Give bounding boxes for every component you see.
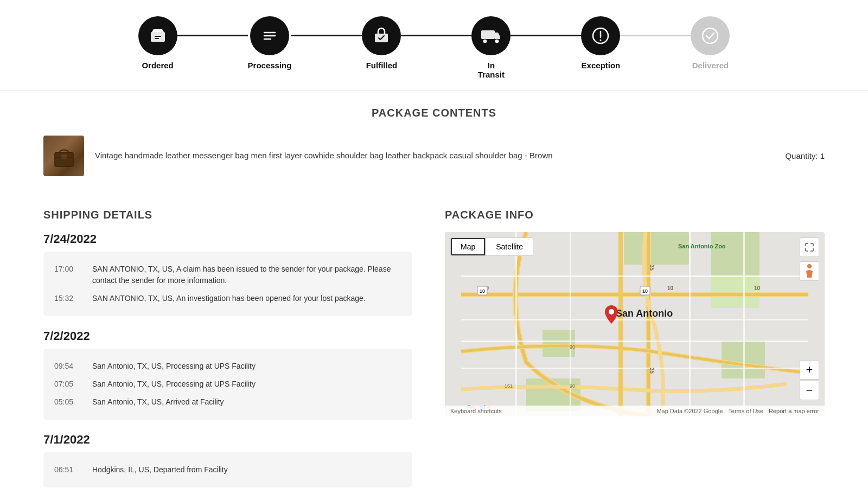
events-box: 09:54San Antonio, TX, US, Processing at … xyxy=(43,349,412,420)
svg-rect-26 xyxy=(618,232,623,416)
svg-rect-29 xyxy=(461,341,808,342)
svg-rect-27 xyxy=(461,275,808,277)
date-header: 7/1/2022 xyxy=(43,433,412,447)
report-map-error-link[interactable]: Report a map error xyxy=(769,408,819,414)
progress-step-processing: Processing xyxy=(248,16,292,70)
date-groups-container: 7/24/202217:00SAN ANTONIO, TX, US, A cla… xyxy=(43,232,412,487)
ordered-icon xyxy=(138,16,177,55)
fulfilled-label: Fulfilled xyxy=(366,61,398,70)
svg-rect-13 xyxy=(61,155,67,159)
svg-text:San Antonio Zoo: San Antonio Zoo xyxy=(678,243,726,249)
progress-tracker: OrderedProcessingFulfilledIn TransitExce… xyxy=(0,0,868,90)
delivered-icon xyxy=(691,16,730,55)
svg-text:90: 90 xyxy=(570,383,575,389)
svg-text:35: 35 xyxy=(649,368,655,374)
events-box: 06:51Hodgkins, IL, US, Departed from Fac… xyxy=(43,452,412,487)
map-tab-button[interactable]: Map xyxy=(450,237,486,256)
event-row: 09:54San Antonio, TX, US, Processing at … xyxy=(54,357,401,375)
svg-point-6 xyxy=(483,39,487,43)
svg-point-55 xyxy=(609,309,614,314)
events-box: 17:00SAN ANTONIO, TX, US, A claim has be… xyxy=(43,252,412,316)
event-time: 09:54 xyxy=(54,361,81,372)
fulfilled-icon xyxy=(362,16,401,55)
progress-step-fulfilled: Fulfilled xyxy=(362,16,401,70)
progress-step-exception: Exception xyxy=(581,16,620,70)
package-contents-title: PACKAGE CONTENTS xyxy=(43,107,825,119)
event-time: 05:05 xyxy=(54,396,81,408)
keyboard-shortcuts-link[interactable]: Keyboard shortcuts xyxy=(450,408,502,414)
date-header: 7/24/2022 xyxy=(43,232,412,246)
event-description: San Antonio, TX, US, Processing at UPS F… xyxy=(92,378,401,390)
map-controls: Map Satellite xyxy=(450,237,533,256)
package-quantity: Quantity: 1 xyxy=(785,151,825,160)
svg-point-11 xyxy=(703,28,718,43)
map-location-pin xyxy=(605,305,618,326)
delivered-label: Delivered xyxy=(692,61,729,70)
package-thumbnail xyxy=(43,136,84,176)
shipping-details-section: SHIPPING DETAILS 7/24/202217:00SAN ANTON… xyxy=(43,209,412,488)
satellite-tab-button[interactable]: Satellite xyxy=(486,237,533,256)
map-container: 10 10 10 35 35 90 151 90 10 10 San Anton… xyxy=(445,232,825,416)
svg-text:10: 10 xyxy=(667,285,674,291)
svg-rect-5 xyxy=(481,30,495,39)
svg-point-10 xyxy=(600,40,602,41)
progress-step-delivered: Delivered xyxy=(691,16,730,70)
event-description: SAN ANTONIO, TX, US, A claim has been is… xyxy=(92,264,401,286)
event-time: 15:32 xyxy=(54,293,81,304)
map-zoom-out-button[interactable]: − xyxy=(800,381,819,400)
event-time: 17:00 xyxy=(54,264,81,286)
svg-point-54 xyxy=(807,264,812,268)
svg-text:10: 10 xyxy=(754,285,761,291)
event-row: 17:00SAN ANTONIO, TX, US, A claim has be… xyxy=(54,260,401,290)
in-transit-icon xyxy=(471,16,510,55)
map-data-label: Map Data ©2022 Google xyxy=(656,408,723,414)
progress-step-in-transit: In Transit xyxy=(471,16,510,79)
svg-rect-34 xyxy=(743,232,745,416)
package-item: Vintage handmade leather messenger bag m… xyxy=(43,130,825,182)
package-contents-section: PACKAGE CONTENTS Vintage handmade leathe… xyxy=(0,90,868,198)
processing-label: Processing xyxy=(248,61,292,70)
processing-icon xyxy=(250,16,289,55)
svg-point-7 xyxy=(495,39,499,43)
map-zoom-in-button[interactable]: + xyxy=(800,360,819,380)
date-group: 7/1/202206:51Hodgkins, IL, US, Departed … xyxy=(43,433,412,487)
streetview-button[interactable] xyxy=(800,261,819,281)
svg-text:10: 10 xyxy=(642,288,648,294)
event-row: 15:32SAN ANTONIO, TX, US, An investigati… xyxy=(54,290,401,307)
package-info-section: PACKAGE INFO xyxy=(445,209,825,488)
exception-label: Exception xyxy=(582,61,621,70)
date-group: 7/24/202217:00SAN ANTONIO, TX, US, A cla… xyxy=(43,232,412,316)
svg-rect-30 xyxy=(461,368,808,369)
event-time: 07:05 xyxy=(54,378,81,390)
event-description: San Antonio, TX, US, Processing at UPS F… xyxy=(92,361,401,372)
svg-text:35: 35 xyxy=(649,265,655,271)
svg-rect-17 xyxy=(711,232,760,275)
event-time: 06:51 xyxy=(54,464,81,476)
event-description: Hodgkins, IL, US, Departed from Facility xyxy=(92,464,401,476)
map-city-label: San Antonio xyxy=(616,308,673,319)
event-row: 05:05San Antonio, TX, US, Arrived at Fac… xyxy=(54,393,401,411)
svg-rect-32 xyxy=(570,232,571,416)
svg-text:10: 10 xyxy=(480,288,485,294)
svg-rect-31 xyxy=(515,232,517,416)
step-connector-5 xyxy=(620,35,691,36)
ordered-label: Ordered xyxy=(142,61,173,70)
package-info-title: PACKAGE INFO xyxy=(445,209,825,221)
svg-text:151: 151 xyxy=(505,383,513,389)
event-row: 06:51Hodgkins, IL, US, Departed from Fac… xyxy=(54,461,401,479)
event-row: 07:05San Antonio, TX, US, Processing at … xyxy=(54,375,401,393)
exception-icon xyxy=(581,16,620,55)
terms-of-use-link[interactable]: Terms of Use xyxy=(728,408,763,414)
event-description: SAN ANTONIO, TX, US, An investigation ha… xyxy=(92,293,401,304)
step-connector-4 xyxy=(510,35,581,36)
step-connector-1 xyxy=(177,35,248,36)
main-content: SHIPPING DETAILS 7/24/202217:00SAN ANTON… xyxy=(0,198,868,488)
date-group: 7/2/202209:54San Antonio, TX, US, Proces… xyxy=(43,329,412,420)
svg-rect-33 xyxy=(689,232,691,416)
map-expand-button[interactable] xyxy=(800,237,819,257)
package-description: Vintage handmade leather messenger bag m… xyxy=(95,150,774,162)
date-header: 7/2/2022 xyxy=(43,329,412,343)
svg-rect-12 xyxy=(55,152,73,166)
shipping-details-title: SHIPPING DETAILS xyxy=(43,209,412,221)
map-footer: Keyboard shortcuts Map Data ©2022 Google… xyxy=(445,406,825,416)
